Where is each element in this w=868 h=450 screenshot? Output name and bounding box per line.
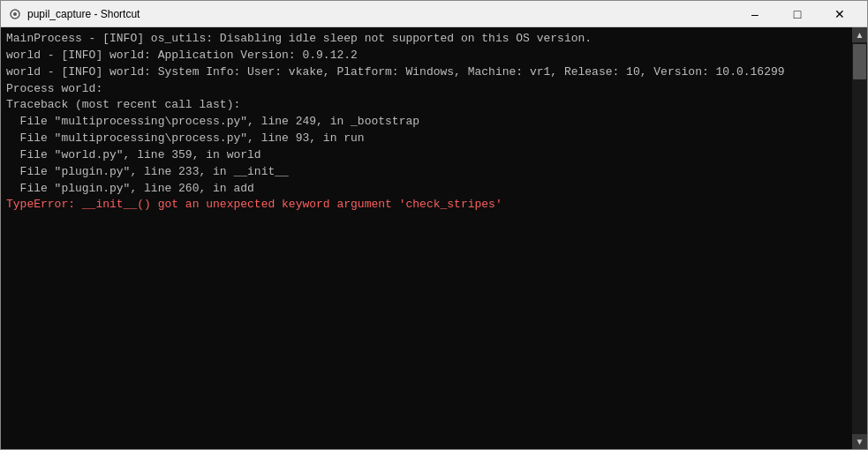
svg-point-1 bbox=[13, 12, 17, 16]
console-line: TypeError: __init__() got an unexpected … bbox=[6, 197, 847, 214]
title-bar: pupil_capture - Shortcut – □ ✕ bbox=[1, 1, 867, 27]
console-line: world - [INFO] world: System Info: User:… bbox=[6, 64, 847, 81]
console-output[interactable]: MainProcess - [INFO] os_utils: Disabling… bbox=[1, 27, 852, 449]
minimize-button[interactable]: – bbox=[735, 1, 775, 27]
console-line: File "plugin.py", line 260, in add bbox=[6, 181, 847, 198]
main-window: pupil_capture - Shortcut – □ ✕ MainProce… bbox=[0, 0, 868, 450]
maximize-button[interactable]: □ bbox=[777, 1, 818, 27]
window-controls: – □ ✕ bbox=[735, 1, 860, 27]
console-line: Traceback (most recent call last): bbox=[6, 97, 847, 114]
scrollbar-up-button[interactable]: ▲ bbox=[852, 27, 867, 42]
console-line: MainProcess - [INFO] os_utils: Disabling… bbox=[6, 31, 847, 48]
app-icon bbox=[8, 7, 22, 21]
console-line: File "plugin.py", line 233, in __init__ bbox=[6, 164, 847, 181]
scrollbar-track: ▲ ▼ bbox=[852, 27, 867, 449]
window-title: pupil_capture - Shortcut bbox=[27, 8, 140, 20]
console-line: File "multiprocessing\process.py", line … bbox=[6, 131, 847, 147]
console-area: MainProcess - [INFO] os_utils: Disabling… bbox=[1, 27, 867, 449]
console-line: world - [INFO] world: Application Versio… bbox=[6, 48, 847, 64]
scrollbar-thumb-area bbox=[852, 42, 867, 434]
console-line: Process world: bbox=[6, 81, 847, 98]
close-button[interactable]: ✕ bbox=[819, 1, 860, 27]
scrollbar-down-button[interactable]: ▼ bbox=[852, 434, 867, 449]
console-line: File "multiprocessing\process.py", line … bbox=[6, 114, 847, 131]
console-line: File "world.py", line 359, in world bbox=[6, 147, 847, 164]
scrollbar-thumb[interactable] bbox=[853, 44, 866, 79]
title-bar-left: pupil_capture - Shortcut bbox=[8, 7, 140, 21]
